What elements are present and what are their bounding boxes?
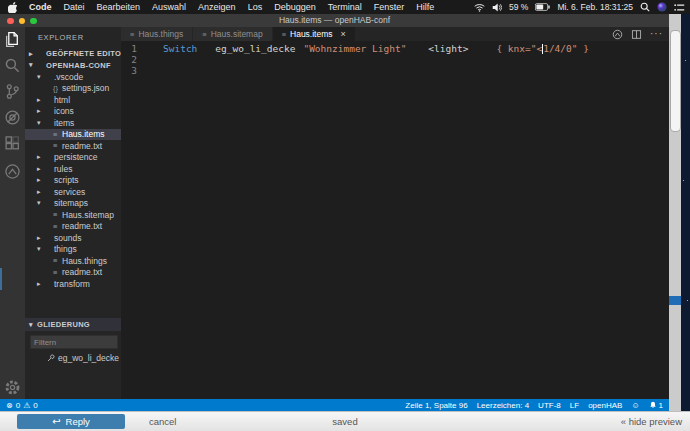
tree-twistie-icon: ▾ — [37, 245, 45, 253]
menu-item[interactable]: Los — [242, 2, 269, 12]
tree-item-label: Haus.sitemap — [62, 210, 114, 220]
code-icon-ref: <light> — [428, 43, 468, 54]
notifications-bell[interactable]: 1 — [649, 401, 663, 410]
debug-icon[interactable] — [4, 109, 21, 126]
tree-item-label: persistence — [54, 152, 97, 162]
tree-item[interactable]: ≡ Haus.items — [25, 129, 121, 141]
tree-item[interactable]: ≡ Haus.things — [25, 255, 121, 267]
problems-status[interactable]: ⊗ 0 ⚠ 0 — [0, 401, 38, 410]
tree-item-label: sounds — [54, 233, 81, 243]
tree-item[interactable]: ≡ readme.txt — [25, 221, 121, 233]
tree-item-label: services — [54, 187, 85, 197]
outline-header[interactable]: ▾ GLIEDERUNG — [25, 318, 121, 331]
file-tree: ▸ GEÖFFNETE EDITOREN ▾ OPENHAB-CONF ▾ .v… — [25, 48, 121, 290]
tree-item[interactable]: ≡ Haus.sitemap — [25, 209, 121, 221]
tree-item[interactable]: ▸ transform — [25, 278, 121, 290]
tree-twistie-icon: ▾ — [37, 73, 45, 81]
menu-item[interactable]: Datei — [58, 2, 91, 12]
code-editor[interactable]: 1 Switcheg_wo_li_decke"Wohnzimmer Light"… — [121, 41, 669, 399]
tree-item-label: .vscode — [54, 72, 83, 82]
close-tab-icon[interactable]: × — [341, 29, 346, 39]
feedback-smiley-icon[interactable]: ☺ — [631, 401, 639, 410]
indentation[interactable]: Leerzeichen: 4 — [477, 401, 529, 410]
tree-item[interactable]: ▸ GEÖFFNETE EDITOREN — [25, 48, 121, 60]
menu-datetime[interactable]: Mi. 6. Feb. 18:31:25 — [557, 2, 633, 12]
apple-icon[interactable] — [0, 2, 23, 13]
bell-count: 1 — [659, 401, 663, 410]
menu-item[interactable]: Terminal — [322, 2, 368, 12]
tab-haus-things[interactable]: ≡ Haus.things — [121, 27, 193, 41]
tree-item[interactable]: ▸ rules — [25, 163, 121, 175]
battery-percent: 59 % — [509, 2, 528, 12]
tree-item[interactable]: ▸ scripts — [25, 175, 121, 187]
outline-symbol[interactable]: eg_wo_li_decke — [25, 352, 121, 364]
tree-item-label: transform — [54, 279, 90, 289]
tree-item-label: scripts — [54, 175, 79, 185]
menu-item[interactable]: Debuggen — [268, 2, 322, 12]
more-actions-icon[interactable]: ··· — [650, 30, 663, 38]
tree-item[interactable]: ▾ items — [25, 117, 121, 129]
cancel-link[interactable]: cancel — [149, 416, 176, 427]
reply-button[interactable]: ↩ Reply — [17, 414, 125, 429]
battery-icon[interactable] — [535, 3, 550, 11]
tree-item[interactable]: ▸ icons — [25, 106, 121, 118]
menu-item[interactable]: Auswahl — [146, 2, 192, 12]
encoding[interactable]: UTF-8 — [538, 401, 561, 410]
menu-item[interactable]: Code — [23, 2, 58, 12]
tree-item[interactable]: ▸ services — [25, 186, 121, 198]
wifi-icon[interactable] — [474, 3, 485, 12]
error-icon: ⊗ — [6, 401, 13, 410]
language-mode[interactable]: openHAB — [588, 401, 622, 410]
scrollbar-marker — [669, 296, 681, 305]
openhab-preview-icon[interactable] — [612, 29, 623, 40]
menu-item[interactable]: Bearbeiten — [91, 2, 147, 12]
tree-item[interactable]: {} settings.json — [25, 83, 121, 95]
tree-item[interactable]: ▸ sounds — [25, 232, 121, 244]
settings-gear-icon[interactable] — [4, 379, 21, 396]
notification-center-icon[interactable] — [674, 3, 685, 12]
tree-twistie-icon: ▸ — [37, 96, 45, 104]
menu-item[interactable]: Anzeigen — [192, 2, 242, 12]
volume-icon[interactable] — [492, 3, 502, 12]
tree-twistie-icon: ▸ — [37, 234, 45, 242]
window-title-bar[interactable]: Haus.items — openHAB-conf — [0, 14, 669, 27]
tree-item[interactable]: ▾ .vscode — [25, 71, 121, 83]
split-editor-icon[interactable] — [631, 29, 642, 40]
tree-item[interactable]: ▸ persistence — [25, 152, 121, 164]
code-line-1: 1 Switcheg_wo_li_decke"Wohnzimmer Light"… — [121, 43, 669, 54]
tree-item[interactable]: ▾ things — [25, 244, 121, 256]
tree-item[interactable]: ▾ OPENHAB-CONF — [25, 60, 121, 72]
tree-twistie-icon: ▾ — [37, 199, 45, 207]
tree-twistie-icon: ▸ — [37, 153, 45, 161]
menu-item[interactable]: Fenster — [368, 2, 411, 12]
scrollbar-thumb[interactable] — [670, 30, 681, 132]
tree-item-label: readme.txt — [62, 267, 102, 277]
openhab-icon[interactable] — [4, 163, 21, 180]
tab-haus-sitemap[interactable]: ≡ Haus.sitemap — [193, 27, 272, 41]
tree-item[interactable]: ≡ readme.txt — [25, 267, 121, 279]
explorer-icon[interactable] — [4, 31, 21, 48]
tree-item[interactable]: ▸ html — [25, 94, 121, 106]
tab-haus-items[interactable]: ≡ Haus.items × — [273, 27, 356, 41]
tree-item[interactable]: ≡ readme.txt — [25, 140, 121, 152]
menu-item[interactable]: Hilfe — [410, 2, 440, 12]
cursor-position[interactable]: Zeile 1, Spalte 96 — [405, 401, 467, 410]
tree-twistie-icon: ▸ — [29, 50, 37, 58]
hide-preview-link[interactable]: « hide preview — [621, 416, 682, 427]
preview-scrollbar[interactable] — [669, 14, 681, 411]
spotlight-search-icon[interactable] — [640, 2, 650, 12]
menu-status-area: 59 % Mi. 6. Feb. 18:31:25 — [474, 2, 690, 12]
outline-symbol-label: eg_wo_li_decke — [58, 353, 119, 363]
siri-icon[interactable] — [657, 2, 667, 12]
tree-item[interactable]: ▾ sitemaps — [25, 198, 121, 210]
extensions-icon[interactable] — [4, 135, 21, 152]
screen: CodeDateiBearbeitenAuswahlAnzeigenLosDeb… — [0, 0, 690, 431]
tree-twistie-icon: ▾ — [37, 119, 45, 127]
file-icon: ≡ — [53, 222, 62, 231]
outline-filter-input[interactable] — [30, 335, 118, 349]
tree-item-label: html — [54, 95, 70, 105]
source-control-icon[interactable] — [4, 83, 21, 100]
code-item-name: eg_wo_li_decke — [215, 43, 295, 54]
search-icon[interactable] — [4, 57, 21, 74]
eol-sequence[interactable]: LF — [570, 401, 579, 410]
